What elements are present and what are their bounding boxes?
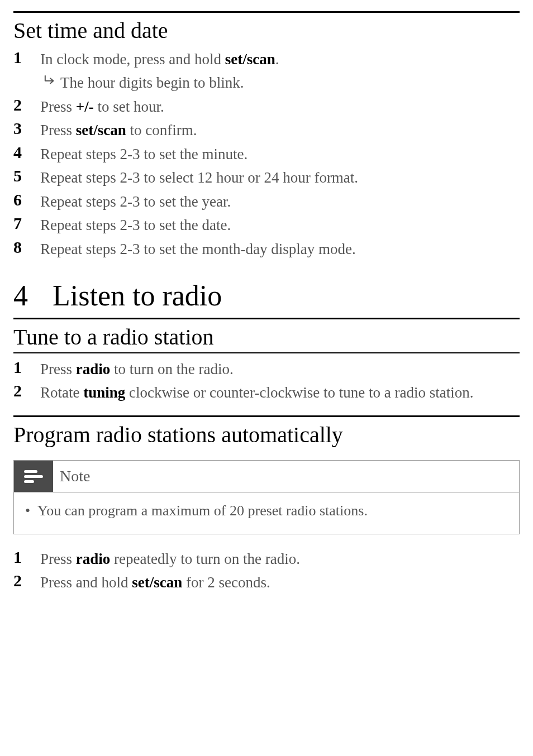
step-text: Repeat steps 2-3 to select 12 hour or 24… (40, 169, 358, 186)
step-body: Press and hold set/scan for 2 seconds. (40, 571, 520, 592)
step-text: Repeat steps 2-3 to set the minute. (40, 146, 248, 162)
note-label: Note (60, 467, 90, 485)
step-number: 1 (13, 358, 40, 376)
step-bold: radio (76, 551, 111, 567)
step-number: 4 (13, 143, 40, 161)
step-text: to confirm. (126, 122, 197, 138)
step-bold: set/scan (132, 574, 182, 591)
step-text: Repeat steps 2-3 to set the year. (40, 193, 231, 210)
step-number: 1 (13, 548, 40, 566)
step-number: 7 (13, 214, 40, 232)
step-text: Press and hold (40, 574, 132, 591)
section-title-tune: Tune to a radio station (13, 324, 520, 350)
step-item: 2 Press and hold set/scan for 2 seconds. (13, 571, 520, 592)
step-body: Press set/scan to confirm. (40, 119, 520, 140)
step-text: for 2 seconds. (182, 574, 270, 591)
step-item: 8 Repeat steps 2-3 to set the month-day … (13, 238, 520, 259)
step-item: 1 Press radio to turn on the radio. (13, 358, 520, 379)
note-callout: Note •You can program a maximum of 20 pr… (13, 460, 520, 534)
step-text: to turn on the radio. (110, 361, 233, 377)
step-item: 4 Repeat steps 2-3 to set the minute. (13, 143, 520, 164)
section-title-program: Program radio stations automatically (13, 422, 520, 448)
step-number: 2 (13, 381, 40, 400)
step-text: . (275, 51, 279, 68)
step-body: Repeat steps 2-3 to select 12 hour or 24… (40, 166, 520, 188)
horizontal-rule (13, 11, 520, 13)
svg-rect-1 (24, 475, 43, 478)
step-number: 5 (13, 166, 40, 185)
horizontal-rule (13, 318, 520, 319)
step-text: Repeat steps 2-3 to set the date. (40, 217, 231, 233)
step-number: 2 (13, 95, 40, 114)
horizontal-rule (13, 415, 520, 417)
step-body: In clock mode, press and hold set/scan. … (40, 48, 520, 93)
step-item: 3 Press set/scan to confirm. (13, 119, 520, 140)
step-text: Rotate (40, 384, 83, 401)
chapter-title: Listen to radio (53, 279, 222, 312)
step-item: 2 Rotate tuning clockwise or counter-clo… (13, 381, 520, 403)
note-content: •You can program a maximum of 20 preset … (14, 492, 519, 534)
result-arrow-icon (40, 73, 60, 85)
step-bold: set/scan (225, 51, 275, 68)
step-text: to set hour. (94, 98, 164, 115)
step-bold: tuning (83, 384, 125, 401)
step-body: Repeat steps 2-3 to set the year. (40, 190, 520, 212)
step-body: Press radio repeatedly to turn on the ra… (40, 548, 520, 569)
steps-list-set-time: 1 In clock mode, press and hold set/scan… (13, 48, 520, 259)
step-number: 3 (13, 119, 40, 137)
step-text: Press (40, 122, 76, 138)
step-body: Press radio to turn on the radio. (40, 358, 520, 379)
step-text: Press (40, 551, 76, 567)
step-text: Press (40, 361, 76, 377)
svg-rect-0 (24, 470, 37, 473)
note-text: You can program a maximum of 20 preset r… (37, 503, 368, 519)
bullet-icon: • (25, 503, 37, 519)
note-header: Note (14, 461, 519, 492)
step-text: repeatedly to turn on the radio. (110, 551, 300, 567)
step-text: Repeat steps 2-3 to set the month-day di… (40, 241, 356, 257)
step-body: Repeat steps 2-3 to set the minute. (40, 143, 520, 164)
step-text: Press (40, 98, 76, 115)
step-text: In clock mode, press and hold (40, 51, 225, 68)
horizontal-rule (13, 352, 520, 353)
step-body: Press +/- to set hour. (40, 95, 520, 117)
step-item: 7 Repeat steps 2-3 to set the date. (13, 214, 520, 235)
step-body: Repeat steps 2-3 to set the month-day di… (40, 238, 520, 259)
note-icon (14, 461, 53, 492)
step-body: Repeat steps 2-3 to set the date. (40, 214, 520, 235)
sub-step-text: The hour digits begin to blink. (60, 73, 244, 93)
steps-list-program: 1 Press radio repeatedly to turn on the … (13, 548, 520, 593)
chapter-number: 4 (13, 279, 53, 312)
step-number: 6 (13, 190, 40, 209)
step-body: Rotate tuning clockwise or counter-clock… (40, 381, 520, 403)
step-bold: set/scan (76, 122, 126, 138)
section-title-set-time: Set time and date (13, 17, 520, 44)
step-number: 8 (13, 238, 40, 256)
svg-rect-2 (24, 480, 34, 483)
sub-step: The hour digits begin to blink. (40, 73, 520, 93)
step-bold: +/- (76, 98, 94, 115)
step-number: 2 (13, 571, 40, 590)
step-item: 2 Press +/- to set hour. (13, 95, 520, 117)
chapter-heading: 4 Listen to radio (13, 279, 520, 312)
step-item: 1 Press radio repeatedly to turn on the … (13, 548, 520, 569)
step-item: 5 Repeat steps 2-3 to select 12 hour or … (13, 166, 520, 188)
step-number: 1 (13, 48, 40, 66)
step-item: 6 Repeat steps 2-3 to set the year. (13, 190, 520, 212)
steps-list-tune: 1 Press radio to turn on the radio. 2 Ro… (13, 358, 520, 403)
step-item: 1 In clock mode, press and hold set/scan… (13, 48, 520, 93)
step-bold: radio (76, 361, 111, 377)
step-text: clockwise or counter-clockwise to tune t… (125, 384, 473, 401)
